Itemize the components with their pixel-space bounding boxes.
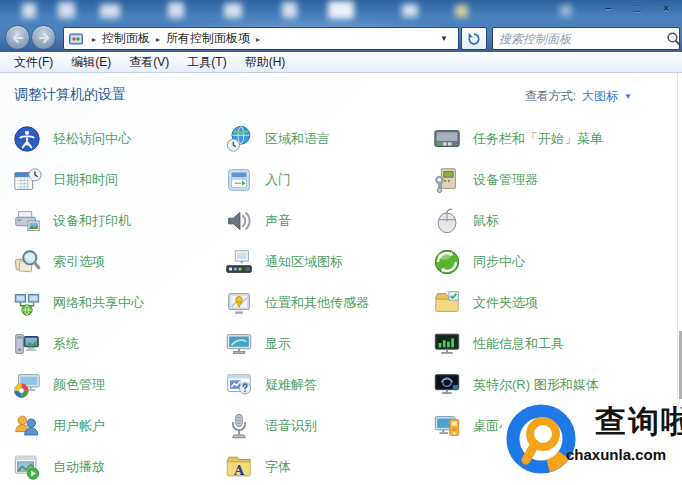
menu-item-file[interactable]: 文件(F) — [5, 52, 62, 73]
watermark: 查询啦 chaxunla.com — [502, 399, 682, 485]
control-panel-item-label: 鼠标 — [473, 212, 499, 230]
control-panel-item-label: 入门 — [265, 171, 291, 189]
control-panel-item-label: 任务栏和「开始」菜单 — [473, 130, 603, 148]
control-panel-window: –□× ▸控制面板▸所有控制面板项▸ ▼ 文件(F)编辑(E)查看(V)工具(T… — [0, 0, 682, 485]
address-dropdown-icon[interactable]: ▼ — [434, 34, 454, 43]
sync-center-icon — [432, 247, 462, 277]
control-panel-item[interactable]: 设备管理器 — [432, 159, 672, 200]
location-sensors-icon — [224, 288, 254, 318]
control-panel-item[interactable]: 任务栏和「开始」菜单 — [432, 118, 672, 159]
breadcrumb-segment[interactable]: 控制面板 — [102, 31, 150, 45]
control-panel-item[interactable]: 设备和打印机 — [12, 200, 224, 241]
breadcrumb-segment[interactable]: 所有控制面板项 — [166, 31, 250, 45]
menu-item-help[interactable]: 帮助(H) — [236, 52, 295, 73]
control-panel-item[interactable]: 用户帐户 — [12, 405, 224, 446]
device-manager-icon — [432, 165, 462, 195]
control-panel-item[interactable]: 鼠标 — [432, 200, 672, 241]
control-panel-item-label: 网络和共享中心 — [53, 294, 144, 312]
titlebar-reflection — [328, 1, 354, 19]
titlebar-reflection — [100, 4, 120, 18]
region-language-icon — [224, 124, 254, 154]
chevron-down-icon[interactable]: ▼ — [624, 92, 632, 101]
titlebar-reflection — [22, 3, 36, 18]
getting-started-icon — [224, 165, 254, 195]
control-panel-item-label: 声音 — [265, 212, 291, 230]
menu-item-view[interactable]: 查看(V) — [120, 52, 178, 73]
fonts-icon: A — [224, 452, 254, 482]
forward-button[interactable] — [31, 25, 56, 50]
breadcrumb-arrow-icon[interactable]: ▸ — [250, 35, 266, 44]
control-panel-item[interactable]: 区域和语言 — [224, 118, 432, 159]
svg-text:A: A — [233, 462, 245, 477]
view-by-control: 查看方式: 大图标 ▼ — [525, 88, 632, 105]
minimize-button[interactable]: – — [600, 1, 616, 15]
control-panel-item[interactable]: A字体 — [224, 446, 432, 485]
control-panel-item[interactable]: 索引选项 — [12, 241, 224, 282]
sound-icon — [224, 206, 254, 236]
control-panel-item-label: 英特尔(R) 图形和媒体 — [473, 376, 599, 394]
control-panel-item-label: 系统 — [53, 335, 79, 353]
breadcrumb-arrow-icon[interactable]: ▸ — [86, 35, 102, 44]
control-panel-item-label: 索引选项 — [53, 253, 105, 271]
maximize-button[interactable]: □ — [629, 1, 645, 15]
refresh-button[interactable] — [461, 27, 487, 50]
control-panel-item[interactable]: 入门 — [224, 159, 432, 200]
breadcrumb: ▸控制面板▸所有控制面板项▸ — [86, 30, 266, 47]
chaxunla-logo-icon — [504, 402, 578, 480]
user-accounts-icon — [12, 411, 42, 441]
watermark-title: 查询啦 — [595, 403, 682, 440]
menu-item-edit[interactable]: 编辑(E) — [62, 52, 120, 73]
control-panel-item[interactable]: 同步中心 — [432, 241, 672, 282]
control-panel-item[interactable]: 颜色管理 — [12, 364, 224, 405]
control-panel-item[interactable]: 疑难解答 — [224, 364, 432, 405]
titlebar-reflection — [455, 5, 468, 17]
control-panel-item-label: 颜色管理 — [53, 376, 105, 394]
control-panel-item[interactable]: 系统 — [12, 323, 224, 364]
control-panel-item-label: 日期和时间 — [53, 171, 118, 189]
control-panel-item[interactable]: 位置和其他传感器 — [224, 282, 432, 323]
control-panel-item[interactable]: 通知区域图标 — [224, 241, 432, 282]
search-box — [492, 27, 680, 50]
back-button[interactable] — [5, 25, 30, 50]
control-panel-item[interactable]: 性能信息和工具 — [432, 323, 672, 364]
view-by-label: 查看方式: — [525, 88, 576, 105]
control-panel-item-label: 自动播放 — [53, 458, 105, 476]
control-panel-item-label: 位置和其他传感器 — [265, 294, 369, 312]
control-panel-item[interactable]: 日期和时间 — [12, 159, 224, 200]
control-panel-item[interactable]: 轻松访问中心 — [12, 118, 224, 159]
close-button[interactable]: × — [658, 1, 674, 15]
control-panel-item[interactable]: 自动播放 — [12, 446, 224, 485]
color-management-icon — [12, 370, 42, 400]
control-panel-item[interactable]: 声音 — [224, 200, 432, 241]
notification-area-icon — [224, 247, 254, 277]
menu-item-tools[interactable]: 工具(T) — [178, 52, 235, 73]
control-panel-item[interactable]: 文件夹选项 — [432, 282, 672, 323]
control-panel-item-label: 通知区域图标 — [265, 253, 343, 271]
network-sharing-icon — [12, 288, 42, 318]
control-panel-item[interactable]: 显示 — [224, 323, 432, 364]
display-icon — [224, 329, 254, 359]
control-panel-item-label: 字体 — [265, 458, 291, 476]
mouse-icon — [432, 206, 462, 236]
search-input[interactable] — [493, 32, 666, 46]
control-panel-icon — [68, 31, 84, 47]
view-by-value[interactable]: 大图标 — [582, 88, 618, 105]
page-title: 调整计算机的设置 — [14, 86, 126, 104]
title-and-nav-bar: –□× ▸控制面板▸所有控制面板项▸ ▼ — [0, 0, 682, 52]
titlebar-reflection — [402, 4, 418, 17]
taskbar-start-menu-icon — [432, 124, 462, 154]
titlebar-reflection — [168, 2, 184, 18]
watermark-domain: chaxunla.com — [566, 446, 666, 463]
control-panel-item-label: 区域和语言 — [265, 130, 330, 148]
ease-of-access-icon — [12, 124, 42, 154]
indexing-options-icon — [12, 247, 42, 277]
control-panel-item[interactable]: 网络和共享中心 — [12, 282, 224, 323]
search-icon[interactable] — [666, 31, 680, 47]
address-bar[interactable]: ▸控制面板▸所有控制面板项▸ ▼ — [63, 27, 459, 50]
control-panel-item-label: 语音识别 — [265, 417, 317, 435]
control-panel-item[interactable]: 语音识别 — [224, 405, 432, 446]
menubar: 文件(F)编辑(E)查看(V)工具(T)帮助(H) — [0, 52, 682, 73]
control-panel-item-label: 性能信息和工具 — [473, 335, 564, 353]
breadcrumb-arrow-icon[interactable]: ▸ — [150, 35, 166, 44]
system-icon — [12, 329, 42, 359]
